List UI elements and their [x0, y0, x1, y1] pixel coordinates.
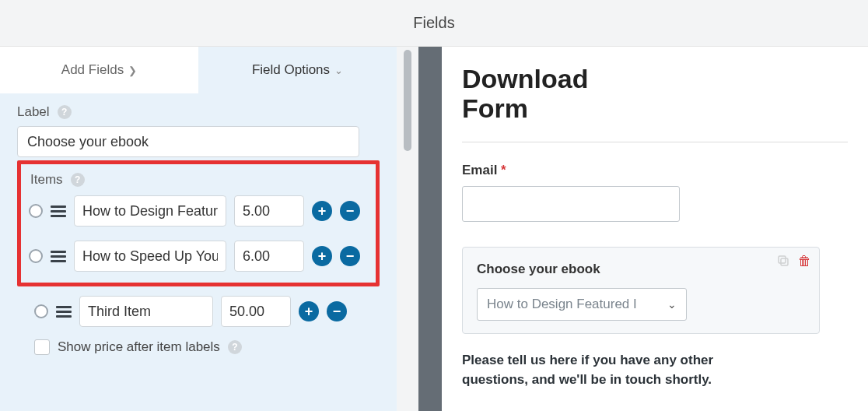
panel-tabs: Add Fields ❯ Field Options ⌄ — [0, 47, 397, 93]
card-action-icons: 🗑 — [776, 254, 811, 269]
form-note-line1: Please tell us here if you have any othe… — [462, 353, 713, 367]
add-item-button[interactable]: + — [299, 301, 319, 321]
remove-item-button[interactable]: − — [340, 201, 360, 221]
choice-field-label: Choose your ebook — [477, 262, 805, 277]
item-price-input[interactable] — [221, 296, 291, 327]
form-note: Please tell us here if you have any othe… — [462, 351, 848, 389]
title-divider — [462, 142, 848, 142]
item-price-input[interactable] — [234, 241, 304, 272]
drag-handle-icon[interactable] — [51, 203, 66, 219]
label-input[interactable] — [17, 126, 359, 157]
remove-item-button[interactable]: − — [340, 246, 360, 266]
add-item-button[interactable]: + — [312, 201, 332, 221]
trash-icon[interactable]: 🗑 — [798, 254, 811, 269]
duplicate-icon[interactable] — [776, 254, 790, 268]
help-icon[interactable]: ? — [71, 173, 85, 187]
item-price-input[interactable] — [234, 195, 304, 227]
default-radio[interactable] — [29, 249, 43, 263]
email-input[interactable] — [462, 186, 680, 222]
tab-field-options-label: Field Options — [252, 62, 330, 78]
label-section-title: Label — [17, 104, 50, 120]
label-section-header: Label ? — [17, 104, 380, 120]
chevron-right-icon: ❯ — [128, 65, 137, 76]
form-preview: Download Form Email * 🗑 Choose your eboo… — [442, 47, 868, 411]
items-section-title: Items — [30, 172, 63, 188]
items-section-header: Items ? — [30, 172, 368, 188]
panel-divider — [418, 47, 442, 411]
svg-rect-0 — [781, 258, 788, 265]
drag-handle-icon[interactable] — [51, 248, 66, 264]
chevron-down-icon: ⌄ — [334, 65, 343, 76]
item-row: + − — [29, 241, 368, 272]
chevron-down-icon: ⌄ — [667, 298, 677, 311]
tab-field-options[interactable]: Field Options ⌄ — [198, 47, 397, 93]
required-asterisk: * — [501, 163, 506, 177]
field-options-body: Label ? Items ? + − — [0, 93, 397, 363]
email-field-label: Email * — [462, 163, 848, 178]
item-name-input[interactable] — [79, 296, 213, 327]
tab-add-fields[interactable]: Add Fields ❯ — [0, 47, 198, 93]
left-scrollbar[interactable] — [397, 47, 418, 411]
default-radio[interactable] — [34, 304, 48, 318]
add-item-button[interactable]: + — [312, 246, 332, 266]
default-radio[interactable] — [29, 204, 43, 218]
choice-select[interactable]: How to Design Featured I ⌄ — [477, 288, 687, 321]
tab-add-fields-label: Add Fields — [61, 62, 124, 78]
help-icon[interactable]: ? — [228, 340, 242, 354]
form-note-line2: questions, and we'll be in touch shortly… — [462, 372, 712, 387]
item-name-input[interactable] — [74, 195, 226, 227]
drag-handle-icon[interactable] — [56, 304, 72, 319]
choice-field-card[interactable]: 🗑 Choose your ebook How to Design Featur… — [462, 247, 820, 334]
choice-select-value: How to Design Featured I — [487, 297, 637, 312]
form-title-line1: Download — [462, 64, 588, 93]
email-label-text: Email — [462, 163, 497, 177]
item-row: + − — [34, 296, 380, 327]
remove-item-button[interactable]: − — [327, 301, 347, 321]
form-title-line2: Form — [462, 93, 528, 123]
svg-rect-1 — [779, 256, 786, 263]
show-price-row: Show price after item labels ? — [34, 339, 380, 355]
help-icon[interactable]: ? — [58, 105, 72, 119]
left-panel: Add Fields ❯ Field Options ⌄ Label ? Ite… — [0, 47, 397, 411]
show-price-label: Show price after item labels — [58, 339, 220, 355]
item-name-input[interactable] — [74, 241, 226, 272]
main-layout: Add Fields ❯ Field Options ⌄ Label ? Ite… — [0, 47, 868, 411]
header-title: Fields — [0, 0, 868, 47]
items-highlight-box: Items ? + − + − — [17, 160, 380, 286]
scrollbar-thumb[interactable] — [404, 50, 411, 151]
item-row: + − — [29, 195, 368, 227]
show-price-checkbox[interactable] — [34, 339, 50, 355]
form-title: Download Form — [462, 64, 848, 123]
